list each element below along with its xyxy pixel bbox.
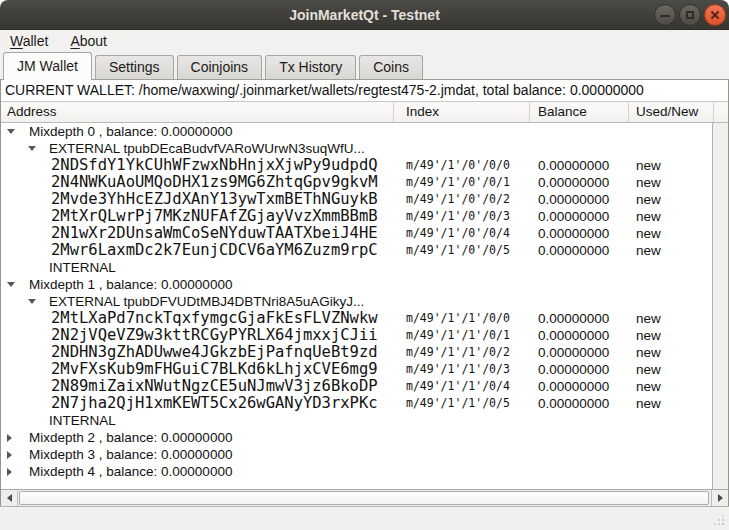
tree-row[interactable]: 2N7jha2QjH1xmKEWT5Cx26wGANyYD3rxPKcm/49'… [1,395,728,412]
horizontal-scroll-track[interactable] [18,490,711,506]
cell-index [394,429,530,446]
menu-item-about[interactable]: About [70,33,107,49]
cell-balance: 0.00000000 [530,344,629,361]
cell-used [629,446,714,463]
tree-row[interactable]: Mixdepth 2 , balance: 0.00000000 [1,429,728,446]
tab-bar: JM WalletSettingsCoinjoinsTx HistoryCoin… [0,52,729,80]
tree-row[interactable]: 2MvFXsKub9mFHGuiC7BLKd6kLhjxCVE6mg9m/49'… [1,361,728,378]
app-window: JoinMarketQt - Testnet WalletAbout JM Wa… [0,0,729,530]
resize-grip[interactable] [722,523,724,525]
tree-row[interactable]: 2MtXrQLwrPj7MKzNUFAfZGjayVvzXmmBBmBm/49'… [1,208,728,225]
cell-address: INTERNAL [1,259,394,276]
expander-open-icon[interactable] [7,129,15,134]
cell-address: EXTERNAL tpubDFVUDtMBJ4DBTNri8A5uAGikyJ.… [1,293,394,310]
cell-balance: 0.00000000 [530,225,629,242]
cell-used: new [629,344,714,361]
cell-balance [530,446,629,463]
vertical-scrollbar[interactable] [712,123,728,489]
menu-item-wallet[interactable]: Wallet [10,33,48,49]
tree-row[interactable]: Mixdepth 3 , balance: 0.00000000 [1,446,728,463]
cell-address: 2N2jVQeVZ9w3kttRCGyPYRLX64jmxxjCJii [1,327,394,344]
expander-closed-icon[interactable] [7,468,12,476]
tab-settings[interactable]: Settings [95,55,174,79]
cell-index [394,412,530,429]
tree-row[interactable]: Mixdepth 1 , balance: 0.00000000 [1,276,728,293]
tree-row[interactable]: 2N1wXr2DUnsaWmCoSeNYduwTAATXbeiJ4HEm/49'… [1,225,728,242]
cell-address: Mixdepth 1 , balance: 0.00000000 [1,276,394,293]
tab-coins[interactable]: Coins [359,55,423,79]
column-header-index[interactable]: Index [394,102,530,122]
tree-row[interactable]: 2N4NWKuAoUMQoDHX1zs9MG6ZhtqGpv9gkvMm/49'… [1,174,728,191]
tree-body: Mixdepth 0 , balance: 0.00000000EXTERNAL… [1,123,728,489]
cell-used: new [629,174,714,191]
cell-index: m/49'/1'/0'/0/0 [394,157,530,174]
status-bar [0,506,729,530]
tree-row[interactable]: INTERNAL [1,412,728,429]
tab-tx-history[interactable]: Tx History [265,55,356,79]
close-button[interactable] [704,4,726,26]
tree-header: Address Index Balance Used/New [1,102,728,123]
expander-closed-icon[interactable] [7,451,12,459]
cell-index [394,140,530,157]
tab-jm-wallet[interactable]: JM Wallet [3,52,92,80]
cell-index: m/49'/1'/0'/0/2 [394,191,530,208]
cell-used [629,140,714,157]
tree-row[interactable]: 2N2jVQeVZ9w3kttRCGyPYRLX64jmxxjCJiim/49'… [1,327,728,344]
cell-used [629,463,714,480]
cell-address: Mixdepth 3 , balance: 0.00000000 [1,446,394,463]
horizontal-scroll-thumb[interactable] [19,491,709,505]
tree-row[interactable]: 2Mwr6LaxmDc2k7EunjCDCV6aYM6Zuzm9rpCm/49'… [1,242,728,259]
expander-open-icon[interactable] [28,146,36,151]
tree-row[interactable]: 2MtLXaPd7nckTqxfymgcGjaFkEsFLVZNwkwm/49'… [1,310,728,327]
cell-index: m/49'/1'/1'/0/0 [394,310,530,327]
tree-row[interactable]: 2NDHN3gZhADUwwe4JGkzbEjPafnqUeBt9zdm/49'… [1,344,728,361]
scroll-left-button[interactable] [1,490,18,506]
cell-address: Mixdepth 0 , balance: 0.00000000 [1,123,394,140]
expander-open-icon[interactable] [28,299,36,304]
window-title: JoinMarketQt - Testnet [0,0,729,30]
tree-row[interactable]: Mixdepth 0 , balance: 0.00000000 [1,123,728,140]
tree-row[interactable]: 2Mvde3YhHcEZJdXAnY13ywTxmBEThNGuykBm/49'… [1,191,728,208]
tree-row[interactable]: INTERNAL [1,259,728,276]
cell-index [394,446,530,463]
cell-index: m/49'/1'/0'/0/3 [394,208,530,225]
cell-balance [530,412,629,429]
cell-address: 2N1wXr2DUnsaWmCoSeNYduwTAATXbeiJ4HE [1,225,394,242]
expander-closed-icon[interactable] [7,434,12,442]
horizontal-scrollbar [1,489,728,506]
cell-used: new [629,208,714,225]
cell-balance: 0.00000000 [530,191,629,208]
cell-used [629,123,714,140]
maximize-button[interactable] [679,4,701,26]
cell-address: Mixdepth 4 , balance: 0.00000000 [1,463,394,480]
minimize-icon [660,15,670,17]
cell-index: m/49'/1'/1'/0/4 [394,378,530,395]
cell-address: INTERNAL [1,412,394,429]
tree-row[interactable]: EXTERNAL tpubDFVUDtMBJ4DBTNri8A5uAGikyJ.… [1,293,728,310]
cell-balance [530,429,629,446]
tree-row[interactable]: 2NDSfdY1YkCUhWFzwxNbHnjxXjwPy9udpdQm/49'… [1,157,728,174]
cell-address: 2N7jha2QjH1xmKEWT5Cx26wGANyYD3rxPKc [1,395,394,412]
cell-balance: 0.00000000 [530,174,629,191]
tree-row[interactable]: 2N89miZaixNWutNgzCE5uNJmwV3jz6BkoDPm/49'… [1,378,728,395]
title-bar[interactable]: JoinMarketQt - Testnet [0,0,729,30]
cell-index [394,293,530,310]
cell-balance [530,140,629,157]
cell-used: new [629,378,714,395]
cell-index [394,259,530,276]
scroll-right-button[interactable] [711,490,728,506]
tab-coinjoins[interactable]: Coinjoins [177,55,263,79]
cell-balance [530,276,629,293]
expander-open-icon[interactable] [7,282,15,287]
cell-balance: 0.00000000 [530,242,629,259]
cell-address: 2Mvde3YhHcEZJdXAnY13ywTxmBEThNGuykB [1,191,394,208]
cell-used: new [629,361,714,378]
minimize-button[interactable] [654,4,676,26]
column-header-address[interactable]: Address [1,102,394,122]
tree-row[interactable]: EXTERNAL tpubDEcaBudvfVARoWUrwN3suqWfU..… [1,140,728,157]
tree-row[interactable]: Mixdepth 4 , balance: 0.00000000 [1,463,728,480]
column-header-used-new[interactable]: Used/New [629,102,714,122]
column-header-balance[interactable]: Balance [530,102,629,122]
tab-pane: CURRENT WALLET: /home/waxwing/.joinmarke… [0,80,729,506]
cell-index: m/49'/1'/1'/0/2 [394,344,530,361]
